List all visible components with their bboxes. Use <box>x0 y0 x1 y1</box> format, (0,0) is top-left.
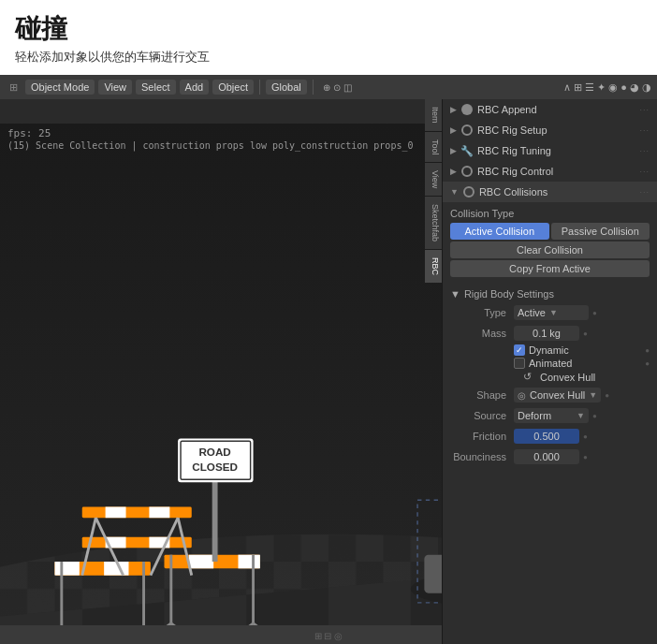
collision-type-buttons: Active Collision Passive Collision <box>450 223 650 240</box>
shape-dropdown-arrow-icon: ▼ <box>589 390 597 400</box>
dots-icon: ··· <box>639 105 650 114</box>
tab-rbc[interactable]: RBC <box>425 250 442 283</box>
type-value: Active <box>518 307 546 318</box>
object-menu[interactable]: Object <box>212 80 254 95</box>
rbc-append-row[interactable]: ▶ RBC Append ··· <box>443 99 657 120</box>
dots-icon-2: ··· <box>639 125 650 135</box>
rbc-collisions-row[interactable]: ▼ RBC Collisions ··· <box>443 182 657 202</box>
tab-tool[interactable]: Tool <box>425 132 442 163</box>
source-value: Deform <box>518 410 551 421</box>
rbc-rig-setup-row[interactable]: ▶ RBC Rig Setup ··· <box>443 120 657 140</box>
toolbar-icon-grid: ⊞ <box>6 80 22 95</box>
friction-label: Friction <box>450 431 506 442</box>
page-title: 碰撞 <box>0 0 657 49</box>
svg-rect-47 <box>149 507 169 519</box>
shape-label: Shape <box>450 389 506 401</box>
svg-rect-32 <box>189 555 213 569</box>
arrow-icon-3: ▶ <box>450 146 457 155</box>
svg-rect-33 <box>238 555 259 569</box>
mass-value[interactable]: 0.1 kg <box>514 326 579 341</box>
bounciness-row: Bounciness 0.000 ● <box>450 447 650 466</box>
mass-dot: ● <box>583 329 588 338</box>
source-dropdown[interactable]: Deform ▼ <box>514 408 589 423</box>
ring-icon <box>460 124 474 137</box>
type-label: Type <box>450 307 506 318</box>
source-dot: ● <box>592 412 597 420</box>
shape-value: Convex Hull <box>530 389 585 401</box>
mass-row: Mass 0.1 kg ● <box>450 324 650 343</box>
dynamic-row: ✓ Dynamic ● <box>450 344 650 356</box>
animated-label: Animated <box>529 358 572 369</box>
dynamic-dot: ● <box>645 346 650 355</box>
passive-collision-button[interactable]: Passive Collision <box>551 223 650 240</box>
bounciness-value: 0.000 <box>533 451 560 462</box>
arrow-icon: ▶ <box>450 105 457 114</box>
select-menu[interactable]: Select <box>136 80 176 95</box>
mass-label: Mass <box>450 328 506 339</box>
rbc-rig-setup-label: RBC Rig Setup <box>477 124 548 136</box>
page-subtitle: 轻松添加对象以供您的车辆进行交互 <box>0 49 657 75</box>
svg-rect-45 <box>82 507 192 519</box>
rbc-collisions-label: RBC Collisions <box>479 186 548 198</box>
object-mode-button[interactable]: Object Mode <box>25 80 95 95</box>
clear-collision-button[interactable]: Clear Collision <box>450 242 650 258</box>
collision-type-label: Collision Type <box>450 208 650 219</box>
collision-section: Collision Type Active Collision Passive … <box>443 202 657 285</box>
dropdown-arrow-icon: ▼ <box>549 308 558 317</box>
active-collision-button[interactable]: Active Collision <box>450 223 549 240</box>
toolbar-separator-2 <box>313 80 314 95</box>
animated-row: Animated ● <box>450 358 650 369</box>
animated-checkbox[interactable] <box>514 358 525 369</box>
rbc-rig-control-label: RBC Rig Control <box>477 166 553 177</box>
tab-view[interactable]: View <box>425 163 442 196</box>
dots-icon-5: ··· <box>639 187 650 197</box>
convex-hull-check-icon: ↺ <box>523 371 536 384</box>
shape-dot: ● <box>605 391 609 400</box>
svg-rect-46 <box>106 507 126 519</box>
viewport-container: ⊞ Object Mode View Select Add Object Glo… <box>0 75 657 644</box>
view-menu[interactable]: View <box>98 80 132 95</box>
dynamic-checkbox[interactable]: ✓ <box>514 344 525 356</box>
rigid-body-label: Rigid Body Settings <box>464 288 554 300</box>
animated-dot: ● <box>645 359 650 368</box>
source-label: Source <box>450 410 506 421</box>
shape-row: Shape ◎ Convex Hull ▼ ● <box>450 386 650 404</box>
dots-icon-4: ··· <box>639 167 650 176</box>
tab-sketchfab[interactable]: Sketchfab <box>425 197 442 249</box>
copy-from-active-button[interactable]: Copy From Active <box>450 260 650 277</box>
tab-item[interactable]: Item <box>425 99 442 131</box>
convex-hull-checkbox-row: ↺ Convex Hull <box>450 371 650 384</box>
svg-rect-40 <box>212 479 218 562</box>
rbc-rig-tuning-row[interactable]: ▶ 🔧 RBC Rig Tuning ··· <box>443 140 657 161</box>
source-row: Source Deform ▼ ● <box>450 406 650 425</box>
scene-path-display: (15) Scene Collection | construction pro… <box>7 140 413 151</box>
ring-icon-2 <box>460 165 474 178</box>
friction-input[interactable]: 0.500 <box>514 429 579 444</box>
toolbar-separator-1 <box>259 80 260 95</box>
dots-icon-3: ··· <box>639 146 650 155</box>
top-toolbar: ⊞ Object Mode View Select Add Object Glo… <box>0 75 657 99</box>
arrow-icon-4: ▶ <box>450 167 457 176</box>
right-panel: ▶ RBC Append ··· ▶ RBC Rig Setup ··· ▶ 🔧… <box>442 99 657 644</box>
ring-icon-3 <box>462 185 475 198</box>
type-dot: ● <box>592 309 597 317</box>
svg-text:CLOSED: CLOSED <box>192 461 238 473</box>
svg-rect-23 <box>55 562 80 576</box>
rbc-rig-control-row[interactable]: ▶ RBC Rig Control ··· <box>443 161 657 182</box>
toolbar-icons: ⊕ ⊙ ◫ <box>319 80 356 95</box>
svg-rect-48 <box>82 537 192 549</box>
bounciness-input[interactable]: 0.000 <box>514 449 579 464</box>
friction-dot: ● <box>583 432 588 441</box>
source-dropdown-arrow-icon: ▼ <box>577 411 585 420</box>
toolbar-right-icons: ∧⊞☰✦◉●◕◑ <box>563 81 651 94</box>
global-menu[interactable]: Global <box>266 80 307 95</box>
rb-arrow-icon: ▼ <box>450 288 460 300</box>
type-dropdown[interactable]: Active ▼ <box>514 305 589 320</box>
convex-hull-checkbox-label: Convex Hull <box>540 372 595 383</box>
add-menu[interactable]: Add <box>180 80 210 95</box>
arrow-icon-5: ▼ <box>450 187 459 197</box>
dynamic-label: Dynamic <box>529 344 569 356</box>
shape-sphere-icon: ◎ <box>518 390 526 401</box>
side-tabs: Item Tool View Sketchfab RBC <box>425 99 442 283</box>
shape-dropdown[interactable]: ◎ Convex Hull ▼ <box>514 388 601 402</box>
